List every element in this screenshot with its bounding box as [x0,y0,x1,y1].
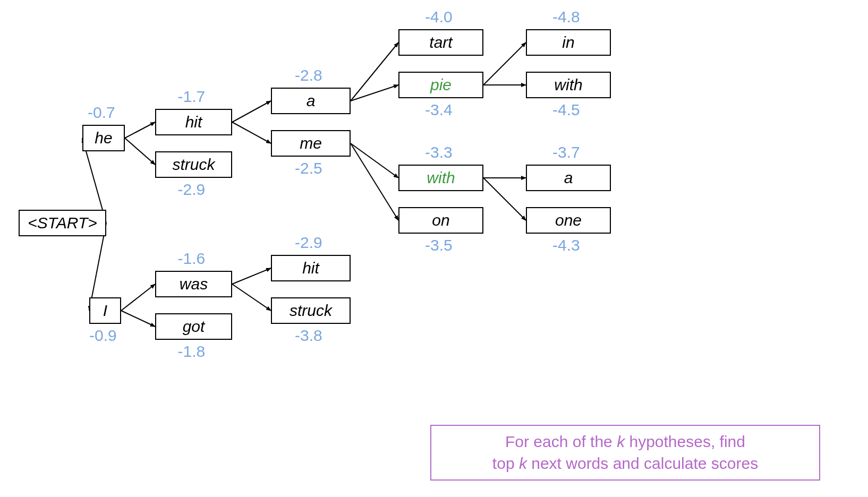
score-one: -4.3 [552,236,580,254]
node-on: on [398,207,483,234]
node-label: pie [430,76,452,94]
node-label: one [555,211,582,229]
score-on: -3.5 [425,236,453,254]
edge-was-hit2 [232,268,271,284]
score-in: -4.8 [552,8,580,26]
score-I: -0.9 [89,327,117,345]
node-label: me [300,134,322,152]
node-was: was [155,271,232,297]
node-label: hit [302,259,319,277]
node-I: I [89,297,121,324]
node-label: struck [290,302,332,320]
node-a2: a [526,165,611,191]
node-label: with [554,76,582,94]
node-a1: a [271,88,351,114]
node-with1: with [398,165,483,191]
edge-a1-pie [351,85,398,101]
node-struck2: struck [271,297,351,324]
node-label: struck [172,156,215,174]
edge-with1-one [483,178,526,220]
node-label: <START> [28,214,97,232]
node-start: <START> [19,210,106,236]
caption-box: For each of the k hypotheses, find top k… [430,425,820,481]
score-got: -1.8 [178,342,206,361]
edge-hit1-a1 [232,101,271,122]
node-hit1: hit [155,109,232,135]
node-got: got [155,313,232,340]
caption-text: For each of the k hypotheses, find top k… [492,433,758,472]
score-me: -2.5 [295,159,322,177]
score-hit2: -2.9 [295,234,322,252]
node-label: with [427,169,455,187]
score-a1: -2.8 [295,66,322,84]
caption-k: k [519,455,527,472]
caption-part: top [492,455,519,472]
node-label: was [180,275,208,293]
score-pie: -3.4 [425,101,453,119]
node-label: tart [429,33,452,52]
node-label: a [564,169,573,187]
score-he: -0.7 [88,104,115,122]
score-with1: -3.3 [425,143,453,161]
score-was: -1.6 [178,250,206,268]
edge-a1-tart [351,42,398,101]
edge-he-struck1 [125,138,155,165]
node-label: I [103,302,107,320]
node-label: a [307,92,316,110]
node-label: he [95,129,112,147]
node-label: got [183,318,205,336]
score-hit1: -1.7 [178,88,206,106]
node-label: hit [185,113,202,131]
caption-part: next words and calculate scores [527,455,758,472]
score-with2: -4.5 [552,101,580,119]
node-label: in [562,33,574,52]
score-a2: -3.7 [552,143,580,161]
node-he: he [82,125,125,151]
node-hit2: hit [271,255,351,281]
edge-I-was [121,284,155,311]
score-tart: -4.0 [425,8,453,26]
edge-I-got [121,311,155,327]
caption-part: hypotheses, find [625,433,745,450]
node-tart: tart [398,29,483,56]
node-one: one [526,207,611,234]
caption-part: For each of the [505,433,617,450]
edge-me-with1 [351,143,398,178]
score-struck1: -2.9 [178,181,206,199]
edge-hit1-me [232,122,271,143]
edge-was-struck2 [232,284,271,311]
node-pie: pie [398,72,483,98]
node-me: me [271,130,351,157]
edge-me-on [351,143,398,220]
node-label: on [432,211,449,229]
node-with2: with [526,72,611,98]
node-struck1: struck [155,151,232,178]
caption-k: k [617,433,625,450]
edge-pie-in [483,42,526,85]
node-in: in [526,29,611,56]
score-struck2: -3.8 [295,327,322,345]
edge-he-hit1 [125,122,155,138]
